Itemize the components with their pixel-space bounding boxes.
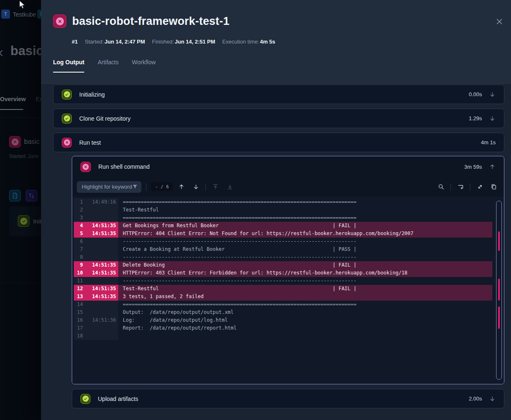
- search-match-counter: - / 6: [151, 182, 173, 191]
- line-timestamp: [86, 277, 118, 285]
- modal-overlay[interactable]: [0, 0, 41, 420]
- divider: [146, 183, 146, 191]
- line-content: 3 tests, 1 passed, 2 failed: [118, 293, 492, 301]
- line-content: Delete Booking | FAIL |: [118, 261, 492, 269]
- line-content: ----------------------------------------…: [118, 238, 492, 245]
- execution-number: #1: [72, 39, 78, 45]
- line-timestamp: [86, 206, 118, 214]
- line-timestamp: [86, 324, 118, 332]
- step-label: Initializing: [79, 91, 469, 98]
- line-content: Test-Restful: [118, 206, 492, 214]
- execution-title: basic-robot-framework-test-1: [72, 15, 229, 28]
- fail-status-icon: [62, 138, 72, 148]
- log-line: 14======================================…: [74, 301, 492, 308]
- next-match-icon[interactable]: [191, 182, 201, 192]
- step-label: Clone Git repository: [79, 115, 469, 122]
- chevron-down-icon[interactable]: [489, 115, 496, 122]
- log-line: 1214:51:35Test-Restful | FAIL |: [74, 285, 492, 293]
- log-line: 17Report: /data/repo/output/report.html: [74, 324, 492, 332]
- chevron-down-icon[interactable]: [489, 91, 496, 98]
- line-number: 5: [74, 230, 86, 238]
- line-timestamp: [86, 332, 118, 340]
- line-content: [118, 332, 492, 340]
- line-number: 4: [74, 222, 86, 230]
- line-timestamp: 14:51:35: [86, 285, 118, 293]
- line-number: 8: [74, 253, 86, 261]
- line-number: 10: [74, 269, 86, 277]
- scroll-to-bottom-icon[interactable]: [225, 182, 235, 192]
- minimap-error-mark: [498, 231, 500, 251]
- line-number: 3: [74, 214, 86, 222]
- log-line: 8---------------------------------------…: [74, 253, 492, 261]
- line-number: 18: [74, 332, 86, 340]
- step-row-run-shell-command[interactable]: Run shell command 3m 59s: [72, 156, 504, 177]
- copy-icon[interactable]: [489, 182, 499, 192]
- line-number: 2: [74, 206, 86, 214]
- tab-artifacts[interactable]: Artifacts: [97, 59, 119, 73]
- line-timestamp: [86, 308, 118, 316]
- pass-status-icon: [80, 394, 90, 404]
- log-line: 6---------------------------------------…: [74, 238, 492, 245]
- line-number: 1: [74, 198, 86, 206]
- screen: T Testkube F basic Overview Ex basic Sta…: [0, 0, 511, 420]
- previous-match-icon[interactable]: [176, 182, 186, 192]
- mouse-cursor: [17, 0, 27, 11]
- log-line: 914:51:35Delete Booking | FAIL |: [74, 261, 492, 269]
- chevron-up-icon[interactable]: [489, 163, 496, 170]
- expand-fullscreen-icon[interactable]: [475, 182, 485, 192]
- step-row-run-test[interactable]: Run test 4m 1s: [53, 133, 504, 152]
- divider: [450, 183, 451, 191]
- line-number: 15: [74, 308, 86, 316]
- search-icon[interactable]: [436, 182, 446, 192]
- shell-command-panel: Run shell command 3m 59s - / 6: [72, 156, 504, 384]
- chevron-down-icon[interactable]: [489, 396, 496, 402]
- line-content: Test-Restful | FAIL |: [118, 285, 492, 293]
- close-icon[interactable]: [494, 17, 504, 27]
- execution-detail-drawer: basic-robot-framework-test-1 #1 Started:…: [41, 0, 511, 420]
- line-number: 17: [74, 324, 86, 332]
- line-timestamp: 14:51:35: [86, 222, 118, 230]
- line-timestamp: 14:51:35: [86, 261, 118, 269]
- tab-log-output[interactable]: Log Output: [53, 59, 84, 73]
- step-duration: 1.29s: [469, 115, 482, 121]
- log-line: 1014:51:35HTTPError: 403 Client Error: F…: [74, 269, 492, 277]
- word-wrap-icon[interactable]: [455, 182, 465, 192]
- line-content: Create a Booking at Restful Booker | PAS…: [118, 245, 492, 253]
- line-timestamp: [86, 245, 118, 253]
- step-row-upload-artifacts[interactable]: Upload artifacts 2.00s: [72, 389, 504, 408]
- line-number: 11: [74, 277, 86, 285]
- fail-status-icon: [80, 162, 91, 172]
- line-timestamp: [86, 238, 118, 245]
- line-timestamp: [86, 214, 118, 222]
- highlight-keywords-field[interactable]: [77, 181, 141, 193]
- log-line: 114:49:16===============================…: [74, 198, 492, 206]
- log-line: 7Create a Booking at Restful Booker | PA…: [74, 245, 492, 253]
- line-timestamp: [86, 301, 118, 308]
- line-content: ----------------------------------------…: [118, 277, 492, 285]
- tab-workflow[interactable]: Workflow: [132, 59, 156, 73]
- line-timestamp: 14:51:36: [86, 316, 118, 324]
- line-timestamp: [86, 253, 118, 261]
- scroll-to-top-icon[interactable]: [210, 182, 220, 192]
- step-label: Upload artifacts: [98, 396, 469, 402]
- divider: [205, 183, 206, 191]
- line-content: HTTPError: 403 Client Error: Forbidden f…: [118, 269, 492, 277]
- line-content: Report: /data/repo/output/report.html: [118, 324, 492, 332]
- drawer-header: basic-robot-framework-test-1 #1 Started:…: [41, 0, 511, 73]
- line-number: 14: [74, 301, 86, 308]
- log-output-panel: Initializing 0.00s Clone Git repository …: [41, 84, 511, 420]
- execution-status-fail-icon: [53, 15, 66, 28]
- line-content: Log: /data/repo/output/log.html: [118, 316, 492, 324]
- log-minimap-scrollbar[interactable]: [496, 201, 502, 380]
- execution-meta: #1 Started:Jun 14, 2:47 PM Finished:Jun …: [72, 39, 504, 45]
- line-number: 16: [74, 316, 86, 324]
- divider: [470, 183, 470, 191]
- step-duration: 4m 1s: [481, 139, 496, 146]
- highlight-keywords-input[interactable]: [82, 184, 132, 190]
- step-row-clone-git[interactable]: Clone Git repository 1.29s: [53, 109, 504, 128]
- log-line: 18: [74, 332, 492, 340]
- line-content: ----------------------------------------…: [118, 253, 492, 261]
- log-line: 414:51:35Get Bookings from Restful Booke…: [74, 222, 492, 230]
- step-row-initializing[interactable]: Initializing 0.00s: [53, 85, 504, 104]
- step-label: Run test: [79, 139, 481, 146]
